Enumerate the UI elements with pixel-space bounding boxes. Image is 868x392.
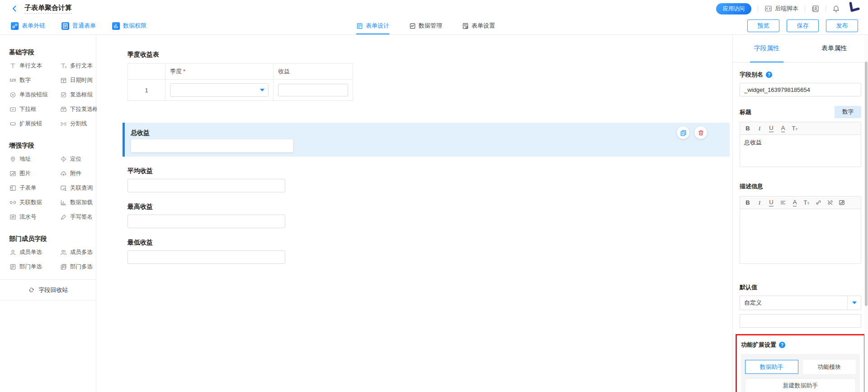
field-item-attachment[interactable]: 附件: [60, 166, 96, 181]
field-item-checkbox-group[interactable]: 复选框组: [60, 87, 99, 102]
canvas-field-最低收益[interactable]: 最低收益: [127, 238, 285, 264]
datetime-icon: [60, 77, 67, 84]
field-item-data-load[interactable]: 数据加载: [60, 195, 96, 210]
description-textarea[interactable]: [740, 209, 861, 264]
notifications-button[interactable]: [832, 5, 840, 13]
data-assistant-button[interactable]: 数据助手: [745, 360, 798, 374]
underline-icon[interactable]: U: [765, 196, 777, 209]
bold-icon[interactable]: B: [742, 196, 754, 209]
text-multi-icon: [60, 62, 67, 69]
help-icon[interactable]: ?: [779, 342, 785, 348]
field-item-image[interactable]: 图片: [9, 166, 60, 181]
link-icon[interactable]: [812, 196, 824, 209]
field-item-select[interactable]: 下拉框: [9, 102, 60, 116]
font-color-icon[interactable]: A: [789, 196, 801, 209]
field-item-linked-query[interactable]: 关联查询: [60, 181, 96, 195]
field-item-subform[interactable]: 子表单: [9, 181, 60, 195]
dept-single-icon: [9, 263, 16, 270]
field-item-member-single[interactable]: 成员单选: [9, 245, 60, 259]
panel-tabs: 字段属性 表单属性: [733, 35, 868, 62]
font-color-icon[interactable]: A: [777, 122, 789, 134]
canvas-field-最高收益[interactable]: 最高收益: [127, 202, 285, 228]
new-data-assistant-button[interactable]: 新建数据助手: [745, 378, 856, 392]
subform-revenue-input[interactable]: [278, 84, 348, 96]
form-title[interactable]: 子表单聚合计算: [24, 4, 72, 14]
divider: [805, 5, 805, 12]
tab-form-properties[interactable]: 表单属性: [801, 35, 868, 62]
default-value-select[interactable]: 自定义: [740, 296, 861, 310]
selected-field-input[interactable]: [131, 139, 293, 153]
recycle-icon: [28, 287, 35, 293]
external-link-icon: [11, 22, 19, 30]
field-item-number[interactable]: 123数字: [9, 73, 60, 87]
italic-icon[interactable]: I: [754, 122, 765, 134]
field-item-dept-single[interactable]: 部门单选: [9, 259, 60, 274]
underline-icon[interactable]: U: [765, 122, 777, 134]
toolbar-link-external-link[interactable]: 表单外链: [11, 22, 45, 30]
header-actions: 应用访问 后端脚本: [716, 2, 860, 15]
delete-field-button[interactable]: [694, 126, 707, 139]
image-icon: [9, 170, 16, 177]
font-size-icon[interactable]: TT: [789, 122, 801, 134]
function-module-button[interactable]: 功能模块: [803, 360, 856, 374]
form-canvas: 季度收益表 季度* 收益 1 总收益: [97, 35, 732, 392]
selected-field-total-revenue[interactable]: 总收益: [123, 123, 730, 157]
field-item-multiselect[interactable]: 下拉复选框: [60, 102, 99, 116]
field-item-address[interactable]: 地址: [9, 152, 60, 166]
contacts-button[interactable]: [811, 5, 819, 13]
location-icon: [60, 156, 67, 163]
title-textarea[interactable]: 总收益: [740, 134, 861, 167]
field-item-serial-number[interactable]: 流水号: [9, 210, 60, 224]
field-item-text-multi[interactable]: 多行文本: [60, 58, 99, 73]
unlink-icon[interactable]: [824, 196, 836, 209]
backend-script-button[interactable]: 后端脚本: [764, 5, 798, 13]
copy-field-button[interactable]: [677, 126, 689, 139]
canvas-field-input[interactable]: [127, 250, 285, 264]
toolbar-link-data-permission[interactable]: 数据权限: [112, 22, 146, 30]
field-item-datetime[interactable]: 日期时间: [60, 73, 99, 87]
canvas-field-input[interactable]: [127, 179, 285, 192]
field-item-dept-multi[interactable]: 部门多选: [60, 259, 96, 274]
field-item-extend-button[interactable]: 扩展按钮: [9, 116, 60, 131]
app-access-button[interactable]: 应用访问: [716, 3, 751, 14]
field-item-label: 日期时间: [70, 76, 93, 84]
canvas-field-平均收益[interactable]: 平均收益: [127, 167, 285, 192]
tab-field-properties[interactable]: 字段属性: [733, 35, 801, 62]
alias-input[interactable]: [740, 83, 861, 96]
canvas-field-input[interactable]: [127, 215, 285, 228]
bold-icon[interactable]: B: [742, 122, 754, 134]
tab-表单设计[interactable]: 表单设计: [356, 17, 389, 34]
field-item-divider[interactable]: 分割线: [60, 116, 99, 131]
italic-icon[interactable]: I: [754, 196, 765, 209]
field-item-location[interactable]: 定位: [60, 152, 96, 166]
tab-表单设置[interactable]: 表单设置: [462, 17, 495, 34]
action-button-保存[interactable]: 保存: [787, 19, 819, 32]
action-button-发布[interactable]: 发布: [826, 19, 858, 32]
field-item-linked-data[interactable]: 关联数据: [9, 195, 60, 210]
font-size-icon[interactable]: TT: [801, 196, 812, 209]
image-icon[interactable]: [836, 196, 848, 209]
field-recycle-bin[interactable]: 字段回收站: [0, 279, 96, 301]
field-item-label: 部门多选: [70, 263, 93, 271]
help-icon[interactable]: ?: [766, 72, 772, 78]
canvas-field-label: 最高收益: [127, 202, 285, 210]
panel-scrollbar-thumb[interactable]: [865, 62, 868, 306]
field-item-text-single[interactable]: 单行文本: [9, 58, 60, 73]
align-icon[interactable]: [777, 196, 789, 209]
field-item-label: 成员单选: [19, 249, 42, 256]
toolbar-link-label: 普通表单: [72, 22, 96, 30]
panel-scrollbar-track: [864, 35, 868, 392]
field-item-radio-group[interactable]: 单选按钮组: [9, 87, 60, 102]
field-item-signature[interactable]: 手写签名: [60, 210, 96, 224]
field-item-member-multi[interactable]: 成员多选: [60, 245, 96, 259]
action-button-预览[interactable]: 预览: [747, 19, 779, 32]
recycle-label: 字段回收站: [39, 286, 68, 294]
palette-section-title: 基础字段: [9, 48, 96, 57]
subform-quarter-dropdown[interactable]: [170, 83, 269, 97]
field-item-label: 多行文本: [70, 62, 93, 70]
toolbar-link-normal-form[interactable]: 普通表单: [61, 22, 96, 30]
back-button[interactable]: [11, 5, 18, 12]
tab-数据管理[interactable]: 数据管理: [409, 17, 442, 34]
multiselect-icon: [60, 106, 67, 113]
default-value-input[interactable]: [740, 314, 861, 328]
